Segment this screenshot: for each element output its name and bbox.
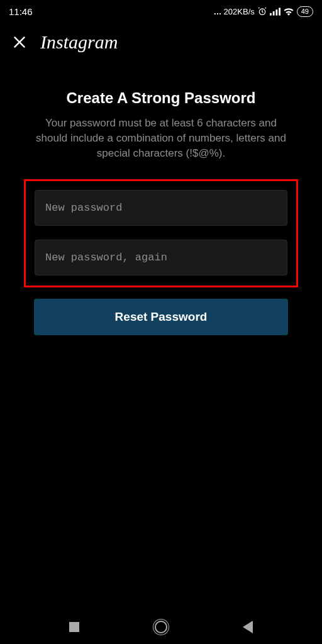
main-content: Create A Strong Password Your password m…	[0, 59, 322, 160]
back-button[interactable]	[243, 621, 253, 633]
status-bar: 11:46 … 202KB/s 49	[0, 0, 322, 19]
svg-rect-2	[272, 11, 274, 16]
status-dots-icon: …	[214, 7, 221, 16]
svg-rect-4	[279, 8, 280, 15]
form-area: Reset Password	[11, 179, 311, 335]
network-speed: 202KB/s	[224, 7, 255, 16]
new-password-input[interactable]	[35, 190, 287, 226]
alarm-icon	[257, 6, 267, 16]
svg-rect-3	[275, 9, 277, 15]
top-bar: Instagram	[0, 19, 322, 59]
android-nav-bar	[0, 610, 322, 644]
reset-password-button[interactable]: Reset Password	[34, 299, 288, 335]
status-right: … 202KB/s 49	[214, 6, 313, 17]
battery-icon: 49	[297, 6, 313, 17]
recent-apps-button[interactable]	[69, 622, 79, 632]
svg-rect-1	[270, 13, 272, 16]
close-icon[interactable]	[11, 34, 28, 50]
status-time: 11:46	[9, 6, 33, 17]
wifi-icon	[283, 7, 294, 16]
signal-icon	[270, 7, 280, 16]
page-subtitle: Your password must be at least 6 charact…	[24, 116, 298, 160]
brand-logo: Instagram	[40, 31, 118, 53]
home-button[interactable]	[155, 621, 167, 633]
input-highlight-box	[24, 179, 298, 287]
new-password-again-input[interactable]	[35, 240, 287, 275]
page-title: Create A Strong Password	[24, 89, 298, 107]
